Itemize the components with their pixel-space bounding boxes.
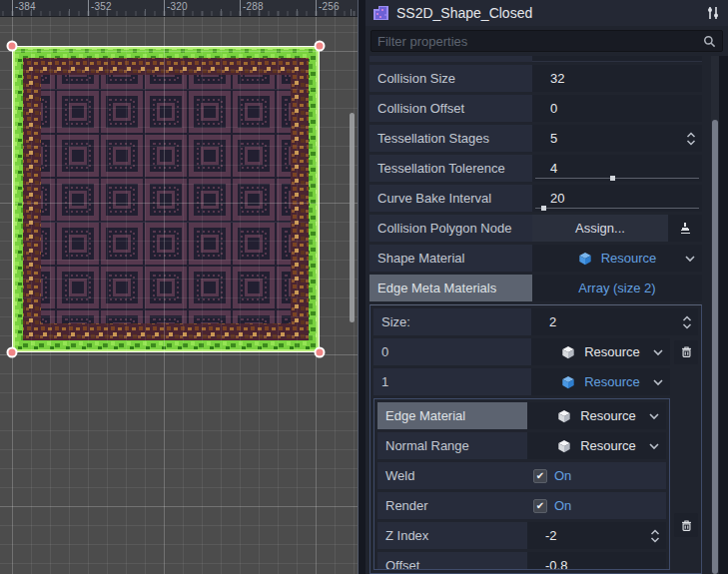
resource-link: Resource — [584, 374, 640, 389]
property-list: Collision Size 32 Collision Offset 0 Tes… — [369, 56, 702, 574]
property-row: Collision Polygon Node Assign... — [369, 215, 702, 242]
search-input[interactable] — [371, 34, 703, 49]
ruler-label: -384 — [15, 1, 36, 12]
canvas-2d[interactable] — [0, 17, 358, 574]
shape-point-handle-bottom-left[interactable] — [7, 347, 18, 358]
field-value: 2 — [549, 314, 556, 329]
property-label: Collision Polygon Node — [369, 215, 532, 242]
property-row: Curve Bake Interval 20 — [369, 185, 702, 212]
property-label: Collision Size — [369, 65, 532, 92]
array-index-label: 0 — [373, 338, 531, 365]
expanded-resource-wrapper: Edge Material — [373, 398, 698, 570]
property-row: Edge Meta Materials Array (size 2) — [369, 275, 702, 301]
field-value: 32 — [550, 71, 564, 86]
filter-properties-searchbar[interactable] — [370, 30, 723, 52]
inspected-object-title: SS2D_Shape_Closed — [396, 5, 698, 21]
weld-checkbox[interactable]: ✔ — [533, 469, 547, 483]
godot-editor-window: -384 -352 -320 -288 -256 — [0, 0, 728, 574]
weld-checkbox-row: ✔ On — [527, 462, 666, 489]
inspector-right-edge — [719, 56, 728, 574]
viewport-2d[interactable]: -384 -352 -320 -288 -256 — [0, 0, 358, 574]
cube-icon — [561, 375, 575, 389]
field-value: 20 — [550, 191, 564, 206]
chevron-down-icon[interactable] — [653, 378, 663, 385]
slider-grabber[interactable] — [610, 176, 615, 181]
z-index-field[interactable]: -2 — [527, 522, 666, 549]
chevron-down-icon[interactable] — [653, 348, 663, 355]
property-row: Shape Material Resource — [369, 245, 702, 272]
slider-track — [535, 178, 699, 179]
magnifier-icon — [703, 35, 716, 48]
updown-spinner-icon[interactable] — [682, 315, 692, 329]
field-value: 0 — [550, 101, 557, 116]
property-label: Collision Offset — [369, 95, 532, 122]
broom-icon — [678, 222, 692, 236]
field-value: 5 — [550, 131, 557, 146]
property-label: Offset — [377, 552, 527, 570]
chevron-down-icon[interactable] — [649, 412, 659, 419]
checkbox-state-label: On — [554, 498, 571, 513]
updown-spinner-icon[interactable] — [650, 529, 660, 543]
field-value: -0.8 — [545, 558, 567, 570]
resource-link: Resource — [580, 408, 636, 423]
ss2d-shape-icon — [372, 5, 389, 21]
chevron-down-icon[interactable] — [685, 255, 695, 262]
edge-material-resource-picker[interactable]: Resource — [527, 402, 666, 429]
tessellation-tolerence-slider[interactable]: 4 — [532, 155, 702, 182]
collision-polygon-node-value: Assign... — [532, 215, 702, 242]
delete-item-button[interactable] — [674, 513, 698, 537]
render-checkbox[interactable]: ✔ — [533, 499, 547, 513]
clear-node-button[interactable] — [668, 215, 702, 242]
field-value: -2 — [545, 528, 557, 543]
array-item-row: 1 Resource — [373, 368, 698, 395]
array-item0-resource-picker[interactable]: Resource — [531, 338, 670, 365]
cube-icon — [561, 345, 575, 359]
viewport-vertical-scrollbar[interactable] — [350, 113, 355, 322]
horizontal-ruler: -384 -352 -320 -288 -256 — [0, 0, 358, 17]
shape-point-handle-bottom-right[interactable] — [315, 347, 326, 358]
shape-point-handle-top-right[interactable] — [315, 41, 326, 52]
inspector-scrollbar-thumb[interactable] — [712, 120, 718, 574]
property-label-highlighted: Edge Material — [377, 402, 527, 429]
collision-size-field[interactable]: 32 — [532, 65, 702, 92]
subpanel-side-column — [674, 398, 698, 570]
property-label-highlighted: Edge Meta Materials — [369, 275, 532, 301]
trash-icon — [680, 519, 693, 532]
property-label: Render — [377, 492, 527, 519]
chevron-down-icon[interactable] — [649, 442, 659, 449]
property-row: Z Index -2 — [377, 522, 666, 549]
array-size-link[interactable]: Array (size 2) — [532, 281, 702, 295]
ruler-label: -320 — [167, 1, 188, 12]
slider-track — [535, 208, 699, 209]
clipped-property-row — [369, 56, 702, 62]
cube-icon — [557, 439, 571, 453]
property-row: Render ✔ On — [377, 492, 666, 519]
property-label: Tessellation Stages — [369, 125, 532, 152]
property-label: Normal Range — [377, 432, 527, 459]
array-item1-resource-picker[interactable]: Resource — [531, 368, 670, 395]
edge-meta-materials-array-button[interactable]: Array (size 2) — [532, 275, 702, 301]
collision-offset-field[interactable]: 0 — [532, 95, 702, 122]
assign-node-button[interactable]: Assign... — [532, 215, 668, 242]
delete-item-button[interactable] — [674, 340, 698, 364]
offset-slider[interactable]: -0.8 — [527, 552, 666, 570]
property-label: Size: — [373, 308, 531, 335]
tune-sliders-icon[interactable] — [705, 5, 721, 21]
ruler-label: -352 — [91, 1, 112, 12]
inspector-header: SS2D_Shape_Closed — [365, 0, 728, 26]
normal-range-resource-picker[interactable]: Resource — [527, 432, 666, 459]
ss2d-shape-sprite — [12, 46, 320, 352]
inspector-panel: SS2D_Shape_Closed — [365, 0, 728, 574]
property-row: Collision Size 32 — [369, 65, 702, 92]
shape-material-resource-picker[interactable]: Resource — [532, 245, 702, 272]
shape-point-handle-top-left[interactable] — [7, 41, 18, 52]
property-row: Offset -0.8 — [377, 552, 666, 570]
resource-link: Resource — [584, 344, 640, 359]
array-size-field[interactable]: 2 — [531, 308, 698, 335]
property-label: Shape Material — [369, 245, 532, 272]
slider-grabber[interactable] — [541, 206, 546, 211]
tessellation-stages-field[interactable]: 5 — [532, 125, 702, 152]
property-row: Weld ✔ On — [377, 462, 666, 489]
updown-spinner-icon[interactable] — [686, 132, 696, 146]
curve-bake-interval-slider[interactable]: 20 — [532, 185, 702, 212]
